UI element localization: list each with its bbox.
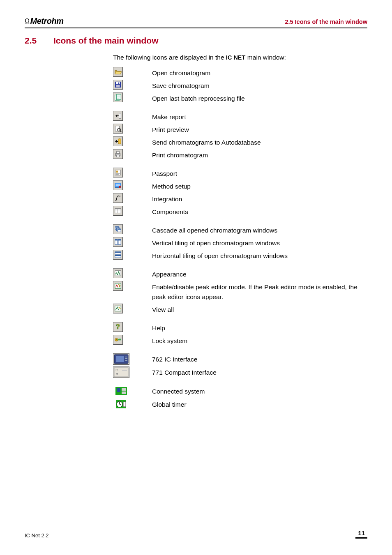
page: ΩMetrohm 2.5 Icons of the main window 2.… [0, 0, 392, 555]
toolbar-button[interactable] [113, 168, 123, 177]
toolbar-button[interactable]: ? [113, 322, 123, 332]
print-icon [113, 149, 152, 159]
ic771-icon: 771 [113, 366, 152, 378]
icon-description: 762 IC Interface [152, 353, 197, 364]
toolbar-button[interactable] [113, 398, 129, 410]
integration-icon: x [113, 193, 152, 203]
connected-icon [113, 385, 152, 397]
svg-rect-45 [125, 357, 127, 357]
toolbar-button[interactable] [113, 224, 123, 234]
svg-rect-32 [115, 252, 121, 253]
method-setup-icon [113, 180, 152, 190]
send-autodb-icon [113, 136, 152, 146]
icon-description: Send chromatograms to Autodatabase [152, 136, 261, 147]
toolbar-button[interactable] [113, 136, 123, 146]
cascade-icon [113, 224, 152, 234]
svg-rect-53 [117, 388, 120, 392]
svg-rect-6 [119, 113, 121, 119]
icon-description: Horizontal tiling of open chromatogram w… [152, 250, 288, 261]
toolbar-button[interactable] [113, 353, 129, 365]
toolbar-button[interactable] [113, 180, 123, 190]
icon-description: Make report [152, 111, 186, 122]
toolbar-button[interactable] [113, 124, 123, 134]
icon-group: ?HelpLock system [113, 322, 367, 346]
toolbar-button[interactable] [113, 237, 123, 247]
icon-description: View all [152, 304, 174, 315]
toolbar-button[interactable] [113, 268, 123, 278]
svg-rect-28 [115, 240, 118, 241]
icon-description: Passport [152, 168, 177, 179]
toolbar-button[interactable] [113, 335, 123, 345]
svg-rect-40 [118, 339, 121, 340]
intro-text: The following icons are displayed in the… [113, 54, 367, 61]
print-preview-icon [113, 124, 152, 134]
header-section-ref: 2.5 Icons of the main window [285, 18, 367, 25]
toolbar-button[interactable] [113, 206, 123, 216]
toolbar-button[interactable] [113, 111, 123, 121]
toolbar-button[interactable] [113, 80, 123, 90]
ic762-icon [113, 353, 152, 365]
icon-row: xIntegration [113, 193, 367, 204]
toolbar-button[interactable] [113, 92, 123, 102]
icon-row: Open last batch reprocessing file [113, 92, 367, 104]
icon-group: 762 IC Interface771771 Compact Interface [113, 353, 367, 378]
icon-row: Open chromatogram [113, 67, 367, 78]
footer-product: IC Net 2.2 [25, 532, 49, 539]
icon-row: Lock system [113, 335, 367, 346]
icon-description: Appearance [152, 268, 187, 279]
icon-row: Make report [113, 111, 367, 122]
svg-point-49 [116, 373, 118, 375]
icon-description: Save chromatogram [152, 80, 210, 91]
toolbar-button[interactable] [113, 281, 123, 291]
help-icon: ? [113, 322, 152, 332]
svg-rect-41 [120, 339, 121, 340]
toolbar-button[interactable] [113, 67, 123, 77]
icon-description: Components [152, 206, 188, 217]
icon-row: Components [113, 206, 367, 217]
peak-editor-icon [113, 281, 152, 291]
svg-rect-42 [119, 339, 120, 340]
svg-rect-47 [125, 360, 127, 361]
svg-point-16 [119, 186, 121, 188]
toolbar-button[interactable] [113, 304, 123, 313]
toolbar-button[interactable] [113, 385, 129, 397]
section-heading: 2.5Icons of the main window [25, 36, 367, 46]
icon-row: Passport [113, 168, 367, 179]
toolbar-button[interactable]: 771 [113, 366, 129, 378]
icon-group: Make reportPrint previewSend chromatogra… [113, 111, 367, 160]
svg-rect-3 [118, 83, 119, 84]
svg-rect-7 [115, 126, 120, 131]
icon-group: Connected systemGlobal timer [113, 385, 367, 410]
icon-description: Cascade all opened chromatogram windows [152, 224, 277, 235]
icon-description: Open last batch reprocessing file [152, 92, 245, 104]
icon-row: 762 IC Interface [113, 353, 367, 365]
icon-row: Horizontal tiling of open chromatogram w… [113, 250, 367, 261]
icon-row: Save chromatogram [113, 80, 367, 91]
svg-rect-14 [116, 171, 118, 173]
svg-rect-50 [122, 370, 127, 371]
toolbar-button[interactable] [113, 149, 123, 159]
icon-group: Cascade all opened chromatogram windowsV… [113, 224, 367, 261]
icon-description: 771 Compact Interface [152, 366, 217, 378]
icon-row: 771771 Compact Interface [113, 366, 367, 378]
svg-rect-19 [115, 209, 121, 213]
svg-text:x: x [120, 195, 121, 197]
lock-icon [113, 335, 152, 345]
brand-logo: ΩMetrohm [25, 16, 63, 26]
icon-list: Open chromatogramSave chromatogramOpen l… [113, 67, 367, 410]
section-number: 2.5 [25, 36, 53, 46]
svg-rect-58 [123, 402, 126, 407]
icon-description: Method setup [152, 180, 191, 191]
icon-group: Open chromatogramSave chromatogramOpen l… [113, 67, 367, 104]
icon-row: Cascade all opened chromatogram windows [113, 224, 367, 235]
icon-description: Help [152, 322, 165, 333]
svg-rect-11 [116, 152, 119, 154]
toolbar-button[interactable]: x [113, 193, 123, 203]
svg-rect-2 [116, 85, 120, 87]
icon-row: Enable/disable peak editor mode. If the … [113, 281, 367, 302]
icon-row: Global timer [113, 398, 367, 410]
toolbar-button[interactable] [113, 250, 123, 260]
brand-name: Metrohm [30, 16, 63, 25]
svg-rect-29 [118, 240, 121, 241]
icon-description: Connected system [152, 385, 205, 396]
